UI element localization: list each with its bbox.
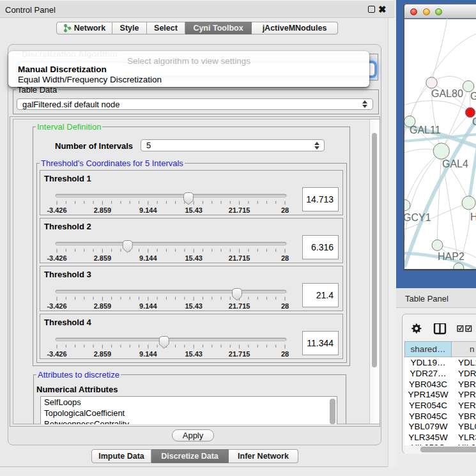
svg-text:GAL80: GAL80 — [431, 88, 463, 99]
svg-text:GAL11: GAL11 — [410, 125, 441, 135]
svg-text:GAL3: GAL3 — [470, 91, 476, 102]
svg-text:HAP: HAP — [470, 211, 476, 222]
svg-text:GAL4: GAL4 — [442, 158, 468, 169]
svg-text:HAP2: HAP2 — [438, 251, 464, 262]
svg-text:GCY1: GCY1 — [404, 212, 431, 223]
svg-text:CDC1: CDC1 — [472, 116, 476, 127]
